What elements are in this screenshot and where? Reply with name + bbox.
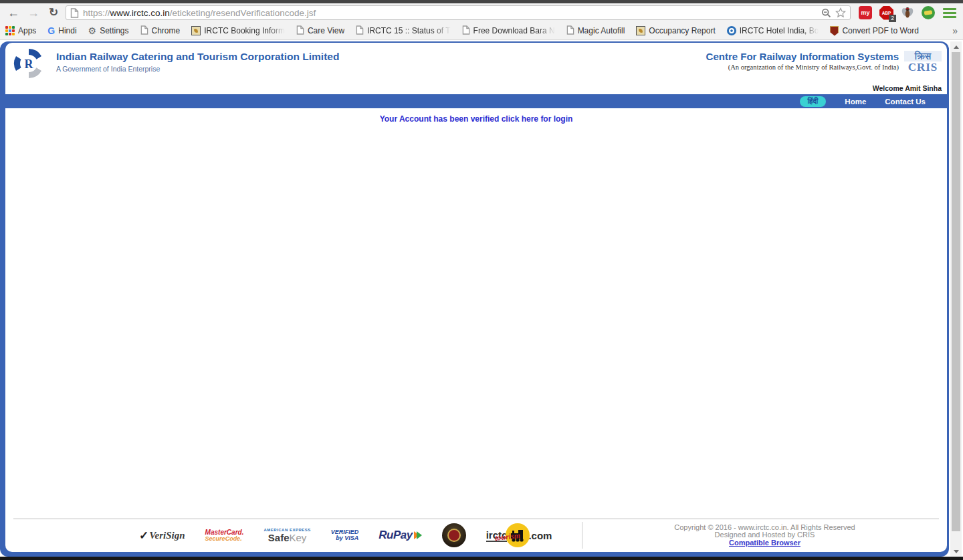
forward-icon: → <box>25 5 41 21</box>
hotel-favicon <box>727 26 736 35</box>
chrome-menu-icon[interactable] <box>943 8 956 18</box>
cris-logo-hindi: क्रिस <box>904 51 942 61</box>
payment-logos: ✓VeriSign MasterCard. SecureCode. AMERIC… <box>5 523 582 547</box>
irctc-favicon <box>191 26 201 35</box>
adblock-plus-extension-icon[interactable]: ABP 2 <box>879 6 893 20</box>
hindi-language-button[interactable]: हिंदी <box>800 96 827 107</box>
bookmark-star-icon[interactable] <box>835 7 846 18</box>
bookmark-chrome[interactable]: Chrome <box>140 25 181 37</box>
verisign-logo: ✓VeriSign <box>139 529 185 543</box>
login-link[interactable]: click here for login <box>502 114 573 124</box>
irctc-tourism-logo: irctc tourism .com <box>486 523 552 547</box>
bookmark-care-view[interactable]: Care View <box>296 25 344 37</box>
page-icon <box>70 8 79 18</box>
zoom-search-icon[interactable] <box>821 8 831 18</box>
pdf-converter-favicon <box>830 26 839 36</box>
copyright-block: Copyright © 2016 - www.irctc.co.in. All … <box>582 524 947 547</box>
window-bottom-edge <box>0 557 963 560</box>
bookmark-irctc-15-status[interactable]: IRCTC 15 :: Status of T <box>356 25 451 37</box>
verified-by-visa-logo: VERIFIED by VISA <box>331 529 359 541</box>
apps-grid-icon <box>5 26 15 35</box>
gear-icon: ⚙ <box>88 25 97 36</box>
main-content: Your Account has been verified click her… <box>5 108 947 519</box>
cris-block: Centre For Railway Information Systems (… <box>706 51 942 73</box>
bookmark-settings[interactable]: ⚙ Settings <box>88 25 129 36</box>
extension-row: my ABP 2 <box>859 6 935 20</box>
main-nav: हिंदी Home Contact Us <box>5 94 947 108</box>
page-viewport: R Indian Railway Catering and Tourism Co… <box>0 40 963 557</box>
adblock-badge: 2 <box>889 15 896 22</box>
site-footer: ✓VeriSign MasterCard. SecureCode. AMERIC… <box>5 519 947 552</box>
tourism-train-icon: tourism <box>506 523 530 547</box>
address-bar[interactable]: https://www.irctc.co.in/eticketing/resen… <box>66 5 851 20</box>
bookmark-free-download[interactable]: Free Download Bara N <box>462 25 555 37</box>
maharaja-express-logo <box>442 523 466 547</box>
fly-extension-icon[interactable] <box>901 6 914 19</box>
rupay-logo: RuPay <box>379 529 421 542</box>
bookmark-convert-pdf[interactable]: Convert PDF to Word <box>830 26 918 36</box>
cris-title: Centre For Railway Information Systems <box>706 51 899 62</box>
cris-logo-text: CRIS <box>904 61 942 73</box>
welcome-text: Welcome Amit Sinha <box>5 82 947 94</box>
bookmark-apps[interactable]: Apps <box>5 26 36 35</box>
bookmarks-bar: Apps G Hindi ⚙ Settings Chrome IRCTC Boo… <box>0 22 963 40</box>
amex-safekey-logo: AMERICAN EXPRESS SafeKey <box>263 528 310 543</box>
compatible-browser-link[interactable]: Compatible Browser <box>729 539 800 547</box>
cris-subtitle: (An organization of the Ministry of Rail… <box>706 63 899 71</box>
site-header: R Indian Railway Catering and Tourism Co… <box>5 43 947 82</box>
page-icon <box>566 25 574 37</box>
url-text[interactable]: https://www.irctc.co.in/eticketing/resen… <box>83 8 817 18</box>
scrollbar-down-arrow[interactable] <box>950 546 962 557</box>
irctc-logo: R <box>12 47 45 80</box>
occupancy-favicon <box>636 26 645 35</box>
bookmark-irctc-booking[interactable]: IRCTC Booking Inform <box>191 26 285 35</box>
mastercard-securecode-logo: MasterCard. SecureCode. <box>205 529 244 542</box>
page-icon <box>296 25 304 37</box>
org-name: Indian Railway Catering and Tourism Corp… <box>56 51 339 63</box>
reload-icon[interactable]: ↻ <box>45 5 62 21</box>
verification-message: Your Account has been verified click her… <box>5 114 947 124</box>
page-icon <box>462 25 470 37</box>
org-titles: Indian Railway Catering and Tourism Corp… <box>56 51 339 73</box>
bookmark-magic-autofill[interactable]: Magic Autofill <box>566 25 625 37</box>
nav-contact-us[interactable]: Contact Us <box>885 98 926 106</box>
google-icon: G <box>47 25 55 36</box>
page-icon <box>140 25 148 37</box>
browser-toolbar: ← → ↻ https://www.irctc.co.in/eticketing… <box>0 3 963 22</box>
page-scrollbar[interactable] <box>950 41 962 557</box>
scrollbar-thumb[interactable] <box>952 52 960 531</box>
bookmark-hindi[interactable]: G Hindi <box>47 25 76 36</box>
nav-home[interactable]: Home <box>845 98 866 106</box>
irctc-page: R Indian Railway Catering and Tourism Co… <box>0 41 949 557</box>
svg-text:R: R <box>25 57 34 71</box>
green-extension-icon[interactable] <box>922 6 935 19</box>
makemytrip-extension-icon[interactable]: my <box>859 6 872 19</box>
back-icon[interactable]: ← <box>5 5 21 21</box>
bookmark-irctc-hotel[interactable]: IRCTC Hotel India, Bo <box>727 26 819 35</box>
page-icon <box>356 25 364 37</box>
bookmark-occupancy-report[interactable]: Occupancy Report <box>636 26 715 35</box>
bookmarks-overflow-chevron[interactable]: » <box>952 25 958 36</box>
scrollbar-up-arrow[interactable] <box>950 41 962 52</box>
cris-logo: क्रिस CRIS <box>904 51 942 73</box>
org-tagline: A Government of India Enterprise <box>56 65 339 73</box>
